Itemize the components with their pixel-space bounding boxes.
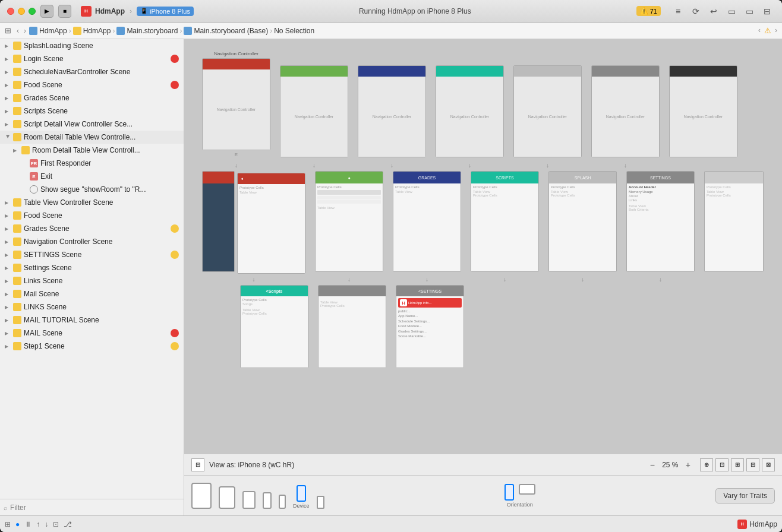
expand-arrow: ▶ <box>5 278 11 284</box>
bc-prev-arrow[interactable]: ‹ <box>758 26 761 35</box>
traffic-lights <box>7 8 36 15</box>
sidebar-item-navctrl[interactable]: ▶ Navigation Controller Scene <box>0 235 184 248</box>
sidebar-item-food[interactable]: ▶ Food Scene <box>0 78 184 91</box>
filter-input[interactable] <box>10 504 180 512</box>
sidebar-item-scripts[interactable]: ▶ Scripts Scene <box>0 104 184 118</box>
sidebar-item-mail[interactable]: ▶ Mail Scene <box>0 287 184 300</box>
expand-arrow: ▶ <box>5 109 11 114</box>
canvas-scroll[interactable]: Navigation Controller Navigation Control… <box>184 39 782 454</box>
scene-icon <box>13 329 21 337</box>
orientation-label: Orientation <box>507 502 533 508</box>
sidebar-item-firstresponder[interactable]: ▶ FR First Responder <box>0 157 184 170</box>
grid-icon[interactable]: ⊞ <box>5 26 11 35</box>
sidebar-label: Table View Controller Scene <box>24 198 179 207</box>
status-bar: ⊞ ● ⏸ ↑ ↓ ⊡ ⎇ H HdmApp <box>0 515 782 532</box>
device-ipad-large[interactable] <box>191 483 212 509</box>
toolbar-panel2-icon[interactable]: ▭ <box>742 5 757 18</box>
exit-icon: E <box>30 172 38 180</box>
bc-base[interactable]: Main.storyboard (Base) <box>184 27 268 35</box>
device-iphone-selected[interactable]: Device <box>293 485 310 509</box>
device-iphone-se[interactable] <box>317 496 324 509</box>
toolbar-lines-icon[interactable]: ≡ <box>670 5 686 18</box>
expand-arrow: ▶ <box>13 148 19 153</box>
toolbar-panel1-icon[interactable]: ▭ <box>724 5 739 18</box>
canvas-tool-4[interactable]: ⊟ <box>746 458 759 471</box>
sidebar-item-mail2[interactable]: ▶ MAIL Scene <box>0 327 184 340</box>
sidebar-label: Links Scene <box>24 277 179 285</box>
sidebar-label: Script Detail View Controller Sce... <box>24 120 179 128</box>
status-dot-icon[interactable]: ● <box>15 520 20 528</box>
error-badge <box>171 55 179 63</box>
view-as-icon[interactable]: ⊟ <box>191 458 204 471</box>
sidebar-item-roomdetail-vc[interactable]: ▶ Room Detail Table View Controll... <box>0 144 184 157</box>
minimize-button[interactable] <box>18 8 25 15</box>
orientation-portrait[interactable] <box>504 484 514 501</box>
sidebar-item-grades2[interactable]: ▶ Grades Scene <box>0 222 184 235</box>
stop-button[interactable]: ■ <box>58 5 71 18</box>
orientation-landscape[interactable] <box>519 484 535 501</box>
main-content: ▶ SplashLoading Scene ▶ Login Scene ▶ Sc… <box>0 39 782 515</box>
vary-traits-button[interactable]: Vary for Traits <box>715 488 775 504</box>
bc-next-arrow[interactable]: › <box>775 26 777 35</box>
sidebar-item-schedule[interactable]: ▶ ScheduleNavBarController Scene <box>0 65 184 78</box>
vc-icon <box>21 146 30 154</box>
sidebar-item-login[interactable]: ▶ Login Scene <box>0 52 184 65</box>
scene-icon <box>13 133 21 141</box>
device-label: Device <box>293 503 310 509</box>
sidebar-label: Mail Scene <box>24 290 179 298</box>
running-status: Running HdmApp on iPhone 8 Plus <box>198 7 632 15</box>
sidebar-item-grades[interactable]: ▶ Grades Scene <box>0 91 184 104</box>
device-iphone-plus[interactable] <box>263 492 272 509</box>
toolbar-back-icon[interactable]: ↩ <box>706 5 721 18</box>
status-copy-icon[interactable]: ⊡ <box>53 520 59 528</box>
status-grid-icon[interactable]: ⊞ <box>5 520 11 528</box>
status-branch-icon[interactable]: ⎇ <box>64 520 72 528</box>
play-button[interactable]: ▶ <box>40 5 53 18</box>
canvas-area: Navigation Controller Navigation Control… <box>184 39 782 515</box>
sidebar-label: Exit <box>40 172 179 180</box>
expand-arrow: ▶ <box>5 43 11 49</box>
zoom-plus-btn[interactable]: + <box>686 460 690 470</box>
bc-forward[interactable]: › <box>22 27 28 35</box>
fullscreen-button[interactable] <box>29 8 36 15</box>
device-ipad-medium[interactable] <box>219 486 235 509</box>
sidebar-label: Room Detail Table View Controlle... <box>24 133 179 141</box>
device-iphone-5[interactable] <box>279 495 286 509</box>
sidebar-item-tablevc[interactable]: ▶ Table View Controller Scene <box>0 196 184 209</box>
canvas-tool-2[interactable]: ⊡ <box>715 458 729 471</box>
app-info: H HdmApp › 📱 iPhone 8 Plus <box>81 6 194 17</box>
sidebar-label: Room Detail Table View Controll... <box>32 146 179 154</box>
scene-icon <box>13 81 21 89</box>
sidebar-item-scriptdetail[interactable]: ▶ Script Detail View Controller Sce... <box>0 118 184 131</box>
device-ipad-small[interactable] <box>242 491 256 509</box>
zoom-minus-btn[interactable]: − <box>650 460 655 470</box>
bc-back[interactable]: ‹ <box>15 27 21 35</box>
sidebar-item-splash[interactable]: ▶ SplashLoading Scene <box>0 39 184 52</box>
sidebar-item-segue[interactable]: ▶ Show segue "showRoom" to "R... <box>0 183 184 196</box>
status-down-icon[interactable]: ↓ <box>45 520 48 528</box>
sidebar-item-settings2[interactable]: ▶ Settings Scene <box>0 261 184 274</box>
sidebar-item-settings[interactable]: ▶ SETTINGS Scene <box>0 248 184 261</box>
status-up-icon[interactable]: ↑ <box>36 520 40 528</box>
canvas-tool-1[interactable]: ⊕ <box>700 458 713 471</box>
device-bar: Device <box>184 475 782 515</box>
sidebar-item-mailtut[interactable]: ▶ MAIL TUTORIAL Scene <box>0 314 184 327</box>
sidebar-item-exit[interactable]: ▶ E Exit <box>0 170 184 183</box>
bc-storyboard[interactable]: Main.storyboard <box>116 27 178 35</box>
sidebar-item-links[interactable]: ▶ Links Scene <box>0 274 184 287</box>
canvas-tool-3[interactable]: ⊞ <box>731 458 744 471</box>
canvas-tool-5[interactable]: ⊠ <box>762 458 775 471</box>
sidebar-item-links2[interactable]: ▶ LINKS Scene <box>0 300 184 314</box>
close-button[interactable] <box>7 8 14 15</box>
toolbar-refresh-icon[interactable]: ⟳ <box>688 5 704 18</box>
sidebar-item-step1[interactable]: ▶ Step1 Scene <box>0 340 184 353</box>
sidebar-item-roomdetail[interactable]: ▶ Room Detail Table View Controlle... <box>0 131 184 144</box>
toolbar-panel3-icon[interactable]: ⊟ <box>759 5 775 18</box>
status-pause-icon[interactable]: ⏸ <box>24 520 31 528</box>
sidebar-item-food2[interactable]: ▶ Food Scene <box>0 209 184 222</box>
bc-app[interactable]: HdmApp <box>29 27 67 35</box>
bc-warning-icon[interactable]: ⚠ <box>764 26 771 35</box>
bc-folder[interactable]: HdmApp <box>73 27 111 35</box>
warning-badge[interactable]: ⚠️ 71 <box>636 6 661 16</box>
bc-storyboard-label: Main.storyboard <box>127 27 178 35</box>
